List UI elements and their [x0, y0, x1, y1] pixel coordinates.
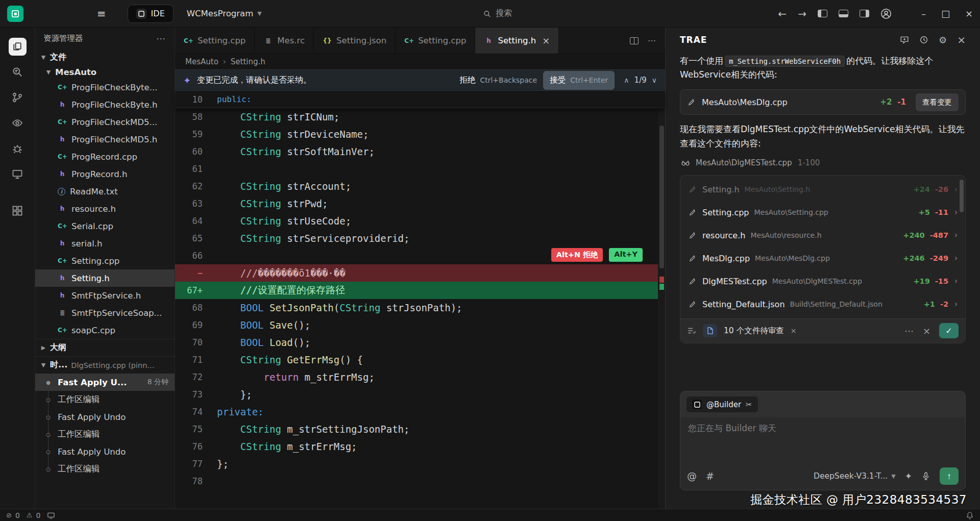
chat-transcript[interactable]: 有一个使用m_Setting.strWebServiceF0h的代码。让我移除这… — [666, 52, 980, 383]
ide-badge[interactable]: IDE — [128, 5, 174, 23]
file-tree-item[interactable]: h serial.h — [35, 235, 175, 252]
file-tree-item[interactable]: h ProgFileCheckMD5.h — [35, 131, 175, 148]
prev-change-icon[interactable]: ∧ — [624, 76, 629, 84]
file-tree-item[interactable]: ≣ SmtFtpServiceSoap... — [35, 304, 175, 321]
review-more-icon[interactable]: ⋯ — [904, 326, 914, 336]
minimize-button[interactable]: – — [921, 8, 926, 19]
extensions-grid-icon[interactable] — [0, 198, 35, 224]
errors-icon[interactable]: ⊘ — [6, 511, 12, 519]
send-button[interactable]: ↑ — [940, 467, 959, 485]
timeline-item[interactable]: ● Fast Apply U... 8 分钟 — [35, 374, 175, 391]
editor-tab[interactable]: ≣ Mes.rc — [255, 28, 314, 54]
maximize-button[interactable]: □ — [941, 8, 950, 19]
menu-item[interactable] — [65, 11, 77, 17]
account-icon[interactable] — [880, 8, 892, 19]
warnings-icon[interactable]: ⚠ — [27, 511, 33, 519]
hashtag-icon[interactable]: # — [706, 470, 714, 482]
warnings-count[interactable]: 0 — [36, 511, 40, 519]
settings-gear-icon[interactable]: ⚙ — [939, 35, 947, 45]
menu-item[interactable] — [77, 11, 88, 17]
history-icon[interactable] — [919, 35, 928, 44]
breadcrumb[interactable]: MesAuto › Setting.h — [175, 54, 665, 69]
code-view[interactable]: 58 CString strICNum; 59 CString strDevic… — [175, 108, 665, 509]
scrollbar-thumb[interactable] — [659, 126, 664, 268]
file-tree-item[interactable]: C+ ProgRecord.cpp — [35, 148, 175, 165]
checklist-icon[interactable] — [687, 326, 696, 335]
accept-hunk-badge[interactable]: Alt+Y — [609, 248, 643, 262]
model-selector[interactable]: DeepSeek-V3.1-T... ▼ — [814, 472, 896, 481]
file-tree-item[interactable]: h Setting.h — [35, 269, 175, 287]
timeline-section-header[interactable]: ▼ 时... DlgSetting.cpp (pinn... — [35, 356, 175, 374]
builder-context-chip[interactable]: @Builder ✂ — [687, 396, 758, 412]
explorer-more-icon[interactable]: ⋯ — [156, 33, 166, 44]
editor-tab[interactable]: C+ Setting.cpp — [396, 28, 475, 54]
chat-input[interactable]: 您正在与 Builder 聊天 — [680, 417, 965, 462]
changed-file-row[interactable]: DlgMESTest.cpp MesAuto\DlgMESTest.cpp +1… — [680, 270, 965, 293]
feedback-icon[interactable] — [900, 35, 909, 44]
file-tree-item[interactable]: C+ soapC.cpp — [35, 321, 175, 339]
changed-file-row[interactable]: Setting.h MesAuto\Setting.h +24 -26 › — [680, 178, 965, 201]
file-tree-item[interactable]: h SmtFtpService.h — [35, 287, 175, 304]
ports-monitor-icon[interactable] — [47, 511, 55, 519]
changed-file-row[interactable]: Setting.cpp MesAuto\Setting.cpp +5 -11 › — [680, 201, 965, 224]
breadcrumb-folder[interactable]: MesAuto — [185, 57, 218, 66]
changed-file-row[interactable]: Setting_Default.json Build\Setting_Defau… — [680, 293, 965, 316]
read-file-tool-row[interactable]: MesAuto\DlgMESTest.cpp 1-100 — [680, 158, 966, 167]
editor-tab[interactable]: C+ Setting.cpp — [175, 28, 255, 54]
editor-more-icon[interactable]: ⋯ — [648, 36, 656, 45]
timeline-item[interactable]: ○ Fast Apply Undo — [35, 408, 175, 426]
editor-tab[interactable]: h Setting.h × — [475, 28, 559, 54]
outline-section-header[interactable]: ▶ 大纲 — [35, 339, 175, 356]
file-tree-item[interactable]: C+ Setting.cpp — [35, 252, 175, 269]
accept-all-button[interactable]: ✓ — [939, 323, 959, 338]
editor-tab[interactable]: {} Setting.json — [314, 28, 396, 54]
hamburger-icon[interactable]: ≡ — [90, 8, 113, 20]
project-switcher[interactable]: WCMesProgram ▼ — [187, 9, 262, 18]
timeline-item[interactable]: ○ 工作区编辑 — [35, 391, 175, 408]
accept-changes-button[interactable]: 接受Ctrl+Enter — [543, 71, 615, 90]
terminal-monitor-icon[interactable] — [0, 161, 35, 187]
remove-context-icon[interactable]: ✂ — [746, 400, 752, 409]
dismiss-count-icon[interactable]: × — [791, 327, 797, 335]
menu-item[interactable] — [54, 11, 65, 17]
mention-icon[interactable]: @ — [687, 470, 697, 482]
toggle-panel-icon[interactable] — [839, 10, 848, 17]
close-window-button[interactable]: × — [965, 8, 973, 19]
timeline-item[interactable]: ○ 工作区编辑 — [35, 426, 175, 443]
folder-mesauto[interactable]: ▼ MesAuto — [35, 66, 175, 79]
reject-hunk-badge[interactable]: Alt+N 拒绝 — [551, 248, 603, 262]
editor-scrollbar[interactable] — [658, 108, 665, 509]
errors-count[interactable]: 0 — [15, 511, 20, 519]
toggle-sidebar-icon[interactable] — [818, 10, 827, 17]
notifications-bell-icon[interactable] — [966, 511, 974, 519]
toggle-secondary-panel-icon[interactable] — [860, 10, 869, 17]
back-arrow-icon[interactable]: ← — [778, 8, 787, 20]
debug-bug-icon[interactable] — [0, 136, 35, 161]
file-tree-item[interactable]: C+ ProgFileCheckMD5... — [35, 113, 175, 131]
global-search[interactable]: 搜索 — [483, 8, 512, 19]
file-tree-item[interactable]: C+ ProgFileCheckByte... — [35, 79, 175, 96]
timeline-item[interactable]: ○ Fast Apply Undo — [35, 443, 175, 460]
reject-all-icon[interactable]: × — [923, 326, 930, 336]
mic-icon[interactable] — [921, 472, 930, 481]
files-view-toggle-icon[interactable] — [703, 324, 717, 337]
changed-file-row[interactable]: resource.h MesAuto\resource.h +240 -487 … — [680, 224, 965, 247]
search-activity-icon[interactable] — [0, 59, 35, 85]
file-tree-item[interactable]: C+ Serial.cpp — [35, 217, 175, 235]
file-change-card[interactable]: MesAuto\MesDlg.cpp +2 -1 查看变更 — [680, 89, 966, 115]
tab-close-icon[interactable]: × — [542, 35, 550, 46]
enhance-sparkle-icon[interactable]: ✦ — [905, 471, 912, 481]
file-tree-item[interactable]: i ReadMe.txt — [35, 183, 175, 200]
breadcrumb-file[interactable]: Setting.h — [231, 57, 265, 66]
file-tree-item[interactable]: h ProgFileCheckByte.h — [35, 96, 175, 113]
preview-eye-icon[interactable] — [0, 110, 35, 136]
files-section-header[interactable]: ▼ 文件 — [35, 49, 175, 66]
view-changes-button[interactable]: 查看变更 — [916, 93, 959, 111]
explorer-activity-icon[interactable] — [0, 34, 35, 59]
changed-file-row[interactable]: MesDlg.cpp MesAuto\MesDlg.cpp +246 -249 … — [680, 247, 965, 270]
reject-changes-button[interactable]: 拒绝Ctrl+Backspace — [459, 75, 537, 86]
next-change-icon[interactable]: ∨ — [652, 76, 657, 84]
menu-item[interactable] — [32, 11, 43, 17]
source-control-icon[interactable] — [0, 85, 35, 110]
split-editor-icon[interactable] — [630, 37, 639, 44]
